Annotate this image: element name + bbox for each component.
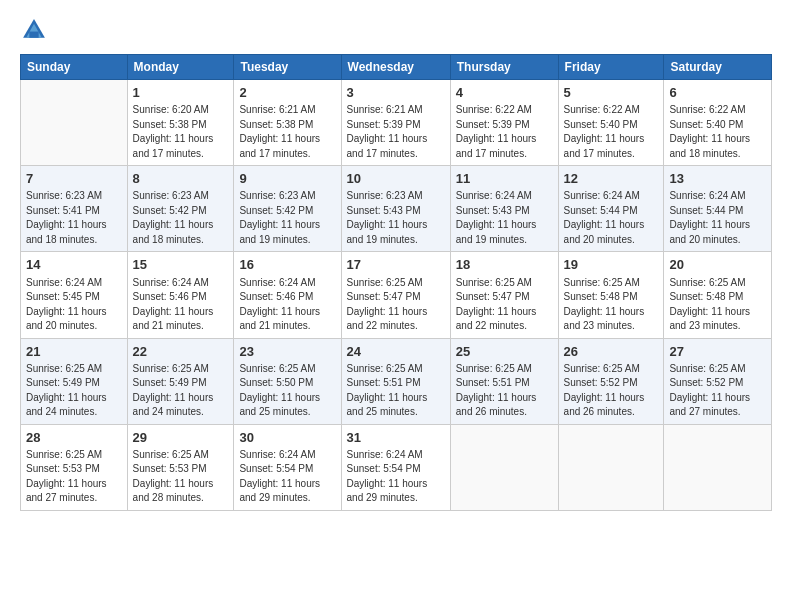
day-number: 27 xyxy=(669,343,766,361)
calendar-cell: 6Sunrise: 6:22 AM Sunset: 5:40 PM Daylig… xyxy=(664,80,772,166)
header-saturday: Saturday xyxy=(664,55,772,80)
calendar-week-row: 1Sunrise: 6:20 AM Sunset: 5:38 PM Daylig… xyxy=(21,80,772,166)
day-number: 28 xyxy=(26,429,122,447)
header xyxy=(20,16,772,44)
calendar-week-row: 14Sunrise: 6:24 AM Sunset: 5:45 PM Dayli… xyxy=(21,252,772,338)
day-number: 30 xyxy=(239,429,335,447)
day-info: Sunrise: 6:25 AM Sunset: 5:51 PM Dayligh… xyxy=(456,362,553,420)
calendar-cell: 17Sunrise: 6:25 AM Sunset: 5:47 PM Dayli… xyxy=(341,252,450,338)
day-info: Sunrise: 6:25 AM Sunset: 5:51 PM Dayligh… xyxy=(347,362,445,420)
day-number: 4 xyxy=(456,84,553,102)
calendar-cell: 11Sunrise: 6:24 AM Sunset: 5:43 PM Dayli… xyxy=(450,166,558,252)
calendar-cell: 25Sunrise: 6:25 AM Sunset: 5:51 PM Dayli… xyxy=(450,338,558,424)
day-number: 5 xyxy=(564,84,659,102)
calendar-cell: 14Sunrise: 6:24 AM Sunset: 5:45 PM Dayli… xyxy=(21,252,128,338)
calendar-cell: 4Sunrise: 6:22 AM Sunset: 5:39 PM Daylig… xyxy=(450,80,558,166)
day-number: 26 xyxy=(564,343,659,361)
day-info: Sunrise: 6:20 AM Sunset: 5:38 PM Dayligh… xyxy=(133,103,229,161)
page: SundayMondayTuesdayWednesdayThursdayFrid… xyxy=(0,0,792,521)
calendar-cell: 21Sunrise: 6:25 AM Sunset: 5:49 PM Dayli… xyxy=(21,338,128,424)
calendar-cell xyxy=(664,424,772,510)
day-info: Sunrise: 6:25 AM Sunset: 5:53 PM Dayligh… xyxy=(26,448,122,506)
calendar-cell: 27Sunrise: 6:25 AM Sunset: 5:52 PM Dayli… xyxy=(664,338,772,424)
calendar-cell: 2Sunrise: 6:21 AM Sunset: 5:38 PM Daylig… xyxy=(234,80,341,166)
calendar-cell: 29Sunrise: 6:25 AM Sunset: 5:53 PM Dayli… xyxy=(127,424,234,510)
day-info: Sunrise: 6:23 AM Sunset: 5:42 PM Dayligh… xyxy=(133,189,229,247)
calendar-cell: 19Sunrise: 6:25 AM Sunset: 5:48 PM Dayli… xyxy=(558,252,664,338)
day-number: 15 xyxy=(133,256,229,274)
calendar-cell xyxy=(21,80,128,166)
day-number: 29 xyxy=(133,429,229,447)
calendar-cell: 8Sunrise: 6:23 AM Sunset: 5:42 PM Daylig… xyxy=(127,166,234,252)
day-info: Sunrise: 6:23 AM Sunset: 5:42 PM Dayligh… xyxy=(239,189,335,247)
header-tuesday: Tuesday xyxy=(234,55,341,80)
calendar-header-row: SundayMondayTuesdayWednesdayThursdayFrid… xyxy=(21,55,772,80)
day-number: 2 xyxy=(239,84,335,102)
logo-icon xyxy=(20,16,48,44)
day-info: Sunrise: 6:25 AM Sunset: 5:52 PM Dayligh… xyxy=(669,362,766,420)
header-sunday: Sunday xyxy=(21,55,128,80)
calendar-cell: 5Sunrise: 6:22 AM Sunset: 5:40 PM Daylig… xyxy=(558,80,664,166)
day-info: Sunrise: 6:25 AM Sunset: 5:47 PM Dayligh… xyxy=(347,276,445,334)
calendar-cell: 3Sunrise: 6:21 AM Sunset: 5:39 PM Daylig… xyxy=(341,80,450,166)
calendar-cell: 1Sunrise: 6:20 AM Sunset: 5:38 PM Daylig… xyxy=(127,80,234,166)
day-info: Sunrise: 6:24 AM Sunset: 5:54 PM Dayligh… xyxy=(347,448,445,506)
header-monday: Monday xyxy=(127,55,234,80)
calendar-cell: 15Sunrise: 6:24 AM Sunset: 5:46 PM Dayli… xyxy=(127,252,234,338)
day-info: Sunrise: 6:25 AM Sunset: 5:50 PM Dayligh… xyxy=(239,362,335,420)
header-wednesday: Wednesday xyxy=(341,55,450,80)
calendar-cell: 16Sunrise: 6:24 AM Sunset: 5:46 PM Dayli… xyxy=(234,252,341,338)
calendar-cell: 7Sunrise: 6:23 AM Sunset: 5:41 PM Daylig… xyxy=(21,166,128,252)
day-info: Sunrise: 6:25 AM Sunset: 5:49 PM Dayligh… xyxy=(26,362,122,420)
day-number: 16 xyxy=(239,256,335,274)
day-info: Sunrise: 6:25 AM Sunset: 5:53 PM Dayligh… xyxy=(133,448,229,506)
day-info: Sunrise: 6:21 AM Sunset: 5:39 PM Dayligh… xyxy=(347,103,445,161)
day-info: Sunrise: 6:22 AM Sunset: 5:40 PM Dayligh… xyxy=(564,103,659,161)
day-info: Sunrise: 6:22 AM Sunset: 5:39 PM Dayligh… xyxy=(456,103,553,161)
day-info: Sunrise: 6:22 AM Sunset: 5:40 PM Dayligh… xyxy=(669,103,766,161)
calendar-cell: 9Sunrise: 6:23 AM Sunset: 5:42 PM Daylig… xyxy=(234,166,341,252)
day-number: 18 xyxy=(456,256,553,274)
day-number: 17 xyxy=(347,256,445,274)
day-info: Sunrise: 6:24 AM Sunset: 5:45 PM Dayligh… xyxy=(26,276,122,334)
day-number: 7 xyxy=(26,170,122,188)
day-number: 3 xyxy=(347,84,445,102)
day-info: Sunrise: 6:24 AM Sunset: 5:44 PM Dayligh… xyxy=(564,189,659,247)
day-number: 6 xyxy=(669,84,766,102)
calendar-cell xyxy=(450,424,558,510)
logo-area xyxy=(20,16,52,44)
day-number: 24 xyxy=(347,343,445,361)
day-number: 9 xyxy=(239,170,335,188)
day-number: 1 xyxy=(133,84,229,102)
calendar-week-row: 21Sunrise: 6:25 AM Sunset: 5:49 PM Dayli… xyxy=(21,338,772,424)
header-thursday: Thursday xyxy=(450,55,558,80)
calendar-week-row: 28Sunrise: 6:25 AM Sunset: 5:53 PM Dayli… xyxy=(21,424,772,510)
day-info: Sunrise: 6:25 AM Sunset: 5:47 PM Dayligh… xyxy=(456,276,553,334)
day-number: 20 xyxy=(669,256,766,274)
calendar-cell: 26Sunrise: 6:25 AM Sunset: 5:52 PM Dayli… xyxy=(558,338,664,424)
day-number: 25 xyxy=(456,343,553,361)
day-info: Sunrise: 6:23 AM Sunset: 5:41 PM Dayligh… xyxy=(26,189,122,247)
day-number: 22 xyxy=(133,343,229,361)
calendar-cell: 31Sunrise: 6:24 AM Sunset: 5:54 PM Dayli… xyxy=(341,424,450,510)
day-info: Sunrise: 6:21 AM Sunset: 5:38 PM Dayligh… xyxy=(239,103,335,161)
day-number: 12 xyxy=(564,170,659,188)
calendar-cell: 22Sunrise: 6:25 AM Sunset: 5:49 PM Dayli… xyxy=(127,338,234,424)
day-number: 19 xyxy=(564,256,659,274)
calendar-cell: 20Sunrise: 6:25 AM Sunset: 5:48 PM Dayli… xyxy=(664,252,772,338)
day-info: Sunrise: 6:24 AM Sunset: 5:54 PM Dayligh… xyxy=(239,448,335,506)
calendar-cell xyxy=(558,424,664,510)
day-info: Sunrise: 6:25 AM Sunset: 5:48 PM Dayligh… xyxy=(564,276,659,334)
calendar-cell: 23Sunrise: 6:25 AM Sunset: 5:50 PM Dayli… xyxy=(234,338,341,424)
calendar-cell: 18Sunrise: 6:25 AM Sunset: 5:47 PM Dayli… xyxy=(450,252,558,338)
day-info: Sunrise: 6:25 AM Sunset: 5:48 PM Dayligh… xyxy=(669,276,766,334)
calendar-week-row: 7Sunrise: 6:23 AM Sunset: 5:41 PM Daylig… xyxy=(21,166,772,252)
day-info: Sunrise: 6:24 AM Sunset: 5:44 PM Dayligh… xyxy=(669,189,766,247)
svg-rect-2 xyxy=(29,32,38,38)
day-number: 23 xyxy=(239,343,335,361)
calendar-cell: 10Sunrise: 6:23 AM Sunset: 5:43 PM Dayli… xyxy=(341,166,450,252)
header-friday: Friday xyxy=(558,55,664,80)
day-info: Sunrise: 6:23 AM Sunset: 5:43 PM Dayligh… xyxy=(347,189,445,247)
calendar-cell: 30Sunrise: 6:24 AM Sunset: 5:54 PM Dayli… xyxy=(234,424,341,510)
day-info: Sunrise: 6:25 AM Sunset: 5:49 PM Dayligh… xyxy=(133,362,229,420)
